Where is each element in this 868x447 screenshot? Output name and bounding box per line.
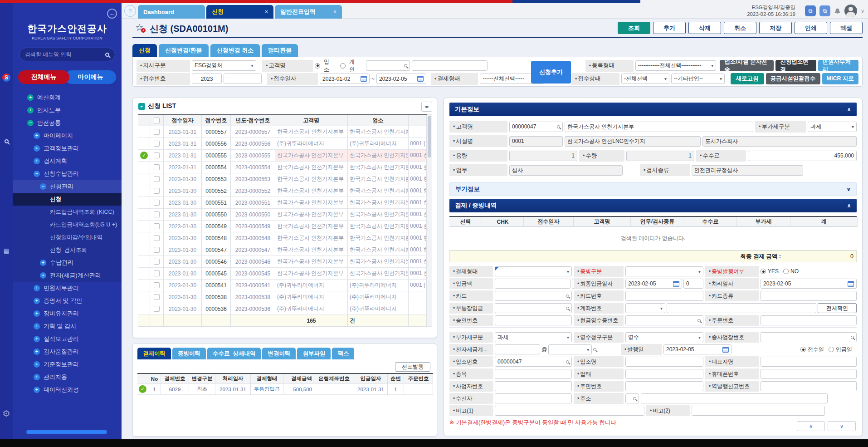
- chevron-down-icon[interactable]: ∨: [846, 186, 851, 192]
- subtab-change-cancel[interactable]: 신청변경 취소: [210, 44, 260, 57]
- chevron-up-icon[interactable]: ∧: [847, 202, 851, 209]
- table-row[interactable]: ✓2023-01-3100005552023-0000555한국가스공사 인천기…: [138, 150, 427, 162]
- column-header[interactable]: 년도-접수번호: [231, 115, 275, 126]
- plus-icon[interactable]: +: [34, 310, 40, 317]
- tab-change-history[interactable]: 변경이력: [262, 348, 296, 359]
- date-to-input[interactable]: 2023-02-05: [376, 74, 426, 84]
- item-input[interactable]: [495, 369, 572, 379]
- table-row[interactable]: 2023-01-3000005472023-0000547한국가스공사 인천기지…: [138, 244, 427, 256]
- column-header[interactable]: No: [148, 374, 161, 384]
- row-check[interactable]: [150, 280, 164, 291]
- checkbox-icon[interactable]: [154, 235, 160, 241]
- checkbox-icon[interactable]: [154, 176, 160, 182]
- column-header[interactable]: 선택: [449, 217, 482, 227]
- table-row[interactable]: ✓16029최초2023-01-31무통장입금500,5002023-01-31…: [137, 384, 433, 395]
- search-icon[interactable]: [105, 53, 109, 57]
- row-check[interactable]: [150, 256, 164, 268]
- qty-input[interactable]: 1: [626, 151, 694, 161]
- sidebar-item[interactable]: +예산회계: [13, 91, 122, 104]
- collapse-up-button[interactable]: ∧: [797, 421, 825, 431]
- table-row[interactable]: 2023-01-3100005542023-0000554한국가스공사 인천기지…: [138, 162, 427, 173]
- checkbox-icon[interactable]: [154, 141, 160, 147]
- table-row[interactable]: 2023-01-3000005452023-0000545한국가스공사 인천기지…: [138, 268, 427, 280]
- save-button[interactable]: 저장: [759, 22, 792, 34]
- sidebar-item[interactable]: 카드입금내역조회 (KICC): [13, 206, 122, 218]
- tab-fee-detail[interactable]: 수수료_상세내역: [207, 348, 261, 359]
- search-icon[interactable]: [566, 360, 569, 363]
- calendar-icon[interactable]: [361, 76, 367, 82]
- approval-no-input[interactable]: [495, 315, 572, 325]
- open-external-icon[interactable]: ⧉: [819, 5, 830, 16]
- sub-biz-no-input[interactable]: [761, 332, 857, 342]
- sidebar-item[interactable]: +검사계획: [13, 155, 122, 167]
- tab-dashboard[interactable]: Dashboard: [138, 5, 205, 19]
- plus-icon[interactable]: +: [34, 336, 40, 342]
- delete-button[interactable]: 삭제: [688, 22, 721, 34]
- column-check[interactable]: [150, 115, 164, 126]
- bell-icon[interactable]: 🔔︎: [834, 7, 841, 15]
- receiver-input[interactable]: [495, 393, 572, 403]
- row-check[interactable]: [150, 185, 164, 197]
- sidebar-item[interactable]: 신청: [13, 193, 122, 206]
- sidebar-item[interactable]: +장비유지관리: [13, 307, 122, 320]
- brn-input[interactable]: [495, 381, 572, 391]
- row-check[interactable]: [150, 291, 164, 303]
- tab-all-menu[interactable]: 전체메뉴: [18, 70, 69, 84]
- order-no-input[interactable]: [761, 315, 857, 325]
- inspect-type-input[interactable]: 안전관리규정심사: [692, 165, 803, 176]
- column-header[interactable]: 접수일자: [164, 115, 202, 126]
- radio-personal[interactable]: [340, 63, 346, 69]
- sidebar-collapse-button[interactable]: ←: [107, 9, 117, 19]
- bulk-receipt-button[interactable]: 공급시설일괄접수: [766, 73, 820, 84]
- checkbox-icon[interactable]: [154, 152, 160, 158]
- close-icon[interactable]: ×: [333, 9, 336, 15]
- column-header[interactable]: 결제형태: [251, 374, 283, 384]
- excel-button[interactable]: 엑셀: [830, 22, 863, 34]
- checkbox-icon[interactable]: [154, 247, 160, 253]
- micr-button[interactable]: MICR 지로: [822, 73, 858, 84]
- fee-input[interactable]: 455,000: [748, 151, 857, 161]
- column-header[interactable]: 접수번호: [202, 115, 231, 126]
- radio-business[interactable]: [315, 63, 320, 69]
- minus-icon[interactable]: −: [27, 120, 34, 126]
- sidebar-item[interactable]: +전자(세금)계산관리: [13, 269, 122, 282]
- checkbox-icon[interactable]: [154, 118, 160, 123]
- plus-icon[interactable]: +: [34, 323, 40, 329]
- table-row[interactable]: 2023-01-3000005382023-0000538(주)귀뚜라미에너지(…: [138, 291, 427, 303]
- column-header[interactable]: 업소: [348, 115, 409, 126]
- sidebar-item[interactable]: +기준정보관리: [13, 358, 122, 371]
- cash-receipt-input[interactable]: [625, 315, 703, 325]
- deposit-amount-input[interactable]: [495, 279, 571, 289]
- sidebar-item[interactable]: +고객정보관리: [13, 142, 122, 155]
- customer-name-input[interactable]: 한국가스공사 인천기지본부: [565, 122, 753, 132]
- mobile-input[interactable]: [761, 369, 857, 379]
- sidebar-item[interactable]: +증명서 및 각인: [13, 295, 122, 307]
- branch-select[interactable]: ESG경영처▾: [192, 60, 256, 71]
- customer-code-input[interactable]: 00000047: [509, 122, 563, 132]
- search-icon[interactable]: [593, 348, 596, 351]
- table-row[interactable]: 2023-01-3100005572023-0000557한국가스공사 인천기지…: [138, 126, 427, 138]
- date-from-input[interactable]: 2023-01-02: [320, 74, 370, 84]
- column-header[interactable]: CHK: [482, 217, 524, 227]
- subtab-change-refund[interactable]: 신청변경/환불: [159, 44, 209, 57]
- bank-transfer-input[interactable]: [495, 303, 572, 313]
- facility-code-input[interactable]: 0001: [509, 136, 563, 147]
- table-row[interactable]: 2023-01-3000005482023-0000548한국가스공사 인천기지…: [138, 232, 427, 244]
- checkbox-icon[interactable]: [154, 223, 160, 229]
- table-row[interactable]: 2023-01-3000005522023-0000552한국가스공사 인천기지…: [138, 185, 427, 197]
- radio-yes[interactable]: [761, 269, 766, 274]
- row-check[interactable]: [150, 244, 164, 256]
- table-row[interactable]: 2023-01-3000005362023-0000536(주)귀뚜라미에너지(…: [138, 303, 427, 315]
- column-header[interactable]: 결제번호: [161, 374, 189, 384]
- checkbox-icon[interactable]: [154, 270, 160, 276]
- status-select[interactable]: -전체선택▾: [621, 74, 669, 84]
- extra-info-header[interactable]: 부가정보 ∨: [449, 182, 857, 196]
- biz-type-input[interactable]: [625, 369, 703, 379]
- customer-code-input[interactable]: [366, 60, 410, 71]
- search-button[interactable]: 조회: [618, 22, 650, 34]
- minus-icon[interactable]: −: [34, 171, 40, 177]
- checkbox-icon[interactable]: [154, 200, 160, 206]
- column-header[interactable]: 은행계좌번호: [314, 374, 354, 384]
- add-application-button[interactable]: 신청추가: [531, 61, 571, 84]
- radio-no[interactable]: [783, 269, 789, 274]
